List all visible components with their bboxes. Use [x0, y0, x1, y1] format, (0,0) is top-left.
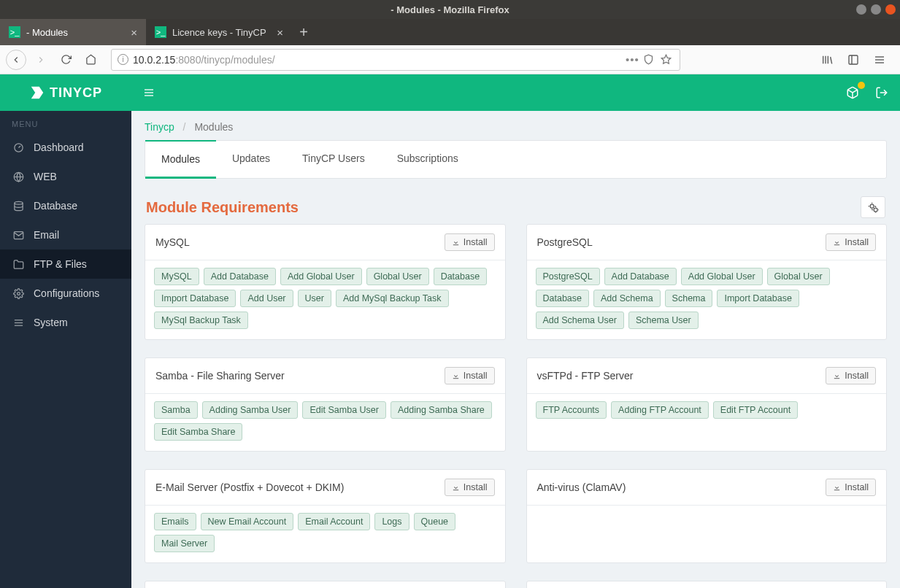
module-tag[interactable]: Mail Server: [154, 535, 215, 552]
tab-close-icon[interactable]: ×: [131, 26, 137, 39]
module-tag[interactable]: Emails: [154, 513, 196, 530]
module-tag[interactable]: Email Account: [298, 513, 370, 530]
module-tag[interactable]: Adding Samba User: [202, 401, 299, 419]
module-tag[interactable]: Add MySql Backup Task: [336, 290, 449, 307]
module-tag[interactable]: Import Database: [717, 290, 799, 307]
module-card: E-Mail Server (Postfix + Dovecot + DKIM)…: [145, 469, 506, 563]
window-close-button[interactable]: [885, 4, 896, 15]
sidebar-item-web[interactable]: WEB: [0, 162, 131, 191]
module-tag[interactable]: Add Schema: [593, 290, 661, 307]
shield-icon[interactable]: [643, 54, 656, 65]
sidebar-item-configurations[interactable]: Configurations: [0, 279, 131, 308]
module-tag[interactable]: User: [298, 290, 331, 307]
module-tag[interactable]: MySql Backup Task: [154, 312, 248, 329]
tab-tinycp-users[interactable]: TinyCP Users: [286, 141, 381, 178]
tab-subscriptions[interactable]: Subscriptions: [381, 141, 474, 178]
module-tag[interactable]: FTP Accounts: [536, 401, 607, 419]
module-tag[interactable]: Adding FTP Account: [611, 401, 709, 419]
module-tag[interactable]: Database: [536, 290, 590, 307]
logout-icon[interactable]: [875, 86, 888, 99]
sidebar-item-email[interactable]: Email: [0, 220, 131, 249]
tag-list: EmailsNew Email AccountEmail AccountLogs…: [154, 513, 496, 552]
tab-favicon-icon: >_: [9, 26, 20, 38]
sidebar-item-label: Configurations: [34, 287, 99, 299]
back-button[interactable]: [6, 50, 26, 70]
module-tag[interactable]: Edit FTP Account: [713, 401, 798, 419]
module-tag[interactable]: MySQL: [154, 268, 199, 285]
module-tag[interactable]: Schema User: [628, 312, 699, 329]
install-button[interactable]: Install: [826, 479, 876, 496]
module-card: PostgreSQLInstallPostgreSQLAdd DatabaseA…: [526, 224, 888, 340]
module-tag[interactable]: Add User: [240, 290, 293, 307]
svg-rect-28: [453, 378, 458, 379]
install-button[interactable]: Install: [445, 479, 495, 496]
reload-button[interactable]: [55, 50, 76, 70]
new-tab-button[interactable]: +: [292, 19, 315, 45]
tab-title: - Modules: [26, 27, 125, 38]
brand-logo-icon: [29, 85, 45, 101]
sidebar-item-ftp-files[interactable]: FTP & Files: [0, 249, 131, 279]
tag-list: FTP AccountsAdding FTP AccountEdit FTP A…: [536, 401, 878, 419]
module-tag[interactable]: Database: [434, 268, 488, 285]
module-tag[interactable]: Global User: [366, 268, 429, 285]
module-tag[interactable]: Logs: [374, 513, 409, 530]
breadcrumb-root[interactable]: Tinycp: [145, 121, 174, 133]
sidebar-icon[interactable]: [845, 50, 862, 70]
more-actions-icon[interactable]: •••: [626, 53, 639, 66]
mail-icon: [13, 230, 25, 241]
module-tag[interactable]: Add Database: [604, 268, 677, 285]
module-card: Samba - File Sharing ServerInstallSambaA…: [145, 357, 506, 452]
window-title: - Modules - Mozilla Firefox: [391, 4, 509, 15]
sidebar-item-system[interactable]: System: [0, 308, 131, 337]
bookmark-star-icon[interactable]: [661, 54, 674, 65]
tab-updates[interactable]: Updates: [216, 141, 286, 178]
brand[interactable]: TINYCP: [0, 74, 131, 111]
module-tag[interactable]: Add Schema User: [536, 312, 624, 329]
install-button[interactable]: Install: [445, 367, 495, 384]
window-minimize-button[interactable]: [856, 4, 866, 15]
site-info-icon[interactable]: i: [118, 54, 128, 65]
packages-icon[interactable]: [846, 86, 859, 99]
settings-button[interactable]: [861, 196, 885, 218]
module-tag[interactable]: New Email Account: [201, 513, 294, 530]
module-title: Samba - File Sharing Server: [155, 370, 285, 382]
svg-marker-0: [661, 55, 671, 63]
sidebar-toggle-button[interactable]: [143, 87, 155, 98]
module-tag[interactable]: Global User: [767, 268, 830, 285]
address-bar[interactable]: i 10.0.2.15:8080/tinycp/modules/ •••: [111, 49, 680, 71]
module-tag[interactable]: Samba: [154, 401, 198, 419]
sidebar-item-label: Dashboard: [34, 142, 84, 153]
tabs-panel: ModulesUpdatesTinyCP UsersSubscriptions: [145, 140, 887, 179]
globe-icon: [13, 171, 25, 182]
library-icon[interactable]: [818, 50, 836, 70]
browser-tab-modules[interactable]: >_ - Modules ×: [0, 19, 146, 45]
install-button[interactable]: Install: [826, 367, 876, 384]
module-tag[interactable]: Schema: [665, 290, 713, 307]
install-button[interactable]: Install: [445, 233, 495, 251]
module-tag[interactable]: Add Global User: [681, 268, 763, 285]
tab-modules[interactable]: Modules: [145, 140, 216, 179]
browser-tab-licence[interactable]: >_ Licence keys - TinyCP ×: [146, 19, 292, 45]
brand-text: TINYCP: [50, 85, 102, 101]
module-tag[interactable]: Edit Samba Share: [154, 423, 242, 441]
module-tag[interactable]: PostgreSQL: [536, 268, 600, 285]
module-tag[interactable]: Queue: [414, 513, 456, 530]
module-title: MySQL: [155, 236, 190, 248]
forward-button[interactable]: [31, 50, 51, 70]
home-button[interactable]: [80, 50, 101, 70]
tag-list: SambaAdding Samba UserEdit Samba UserAdd…: [154, 401, 496, 441]
sidebar-item-database[interactable]: Database: [0, 191, 131, 220]
module-tag[interactable]: Add Global User: [280, 268, 362, 285]
module-tag[interactable]: Add Database: [204, 268, 276, 285]
tab-close-icon[interactable]: ×: [277, 26, 283, 39]
menu-icon[interactable]: [871, 50, 888, 70]
module-tag[interactable]: Edit Samba User: [302, 401, 385, 419]
sidebar-item-dashboard[interactable]: Dashboard: [0, 133, 131, 162]
module-tag[interactable]: Import Database: [154, 290, 236, 307]
window-maximize-button[interactable]: [871, 4, 881, 15]
install-button[interactable]: Install: [826, 233, 876, 251]
browser-tabbar: >_ - Modules × >_ Licence keys - TinyCP …: [0, 19, 900, 45]
module-card: Fail2BanInstallFail2Ban: [526, 581, 888, 588]
browser-toolbar: i 10.0.2.15:8080/tinycp/modules/ •••: [0, 45, 900, 74]
module-tag[interactable]: Adding Samba Share: [391, 401, 492, 419]
